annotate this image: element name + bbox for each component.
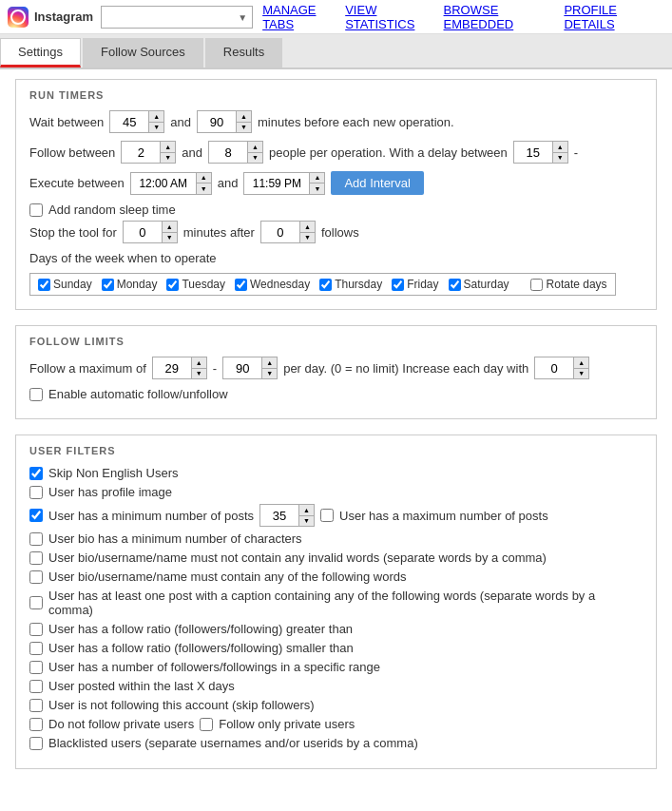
day-friday[interactable]: Friday xyxy=(392,278,438,291)
follow-delay-input[interactable] xyxy=(514,142,552,163)
filter-12-checkbox[interactable] xyxy=(29,718,43,731)
follow-max-min-down[interactable]: ▼ xyxy=(191,369,206,379)
stop-follows-up[interactable]: ▲ xyxy=(299,222,315,233)
wait-min-arrows[interactable]: ▲ ▼ xyxy=(148,111,163,132)
follow-min-arrows[interactable]: ▲ ▼ xyxy=(160,142,175,163)
account-dropdown-wrap[interactable]: ▼ xyxy=(101,6,253,29)
filter-9-checkbox[interactable] xyxy=(29,661,43,674)
auto-follow-checkbox[interactable] xyxy=(29,388,43,401)
filter-0-checkbox[interactable] xyxy=(29,467,43,480)
stop-follows-down[interactable]: ▼ xyxy=(299,233,315,243)
follow-min-input[interactable] xyxy=(122,142,160,163)
stop-follows-field[interactable]: ▲ ▼ xyxy=(260,221,316,243)
day-thursday-checkbox[interactable] xyxy=(319,279,332,291)
execute-from-input[interactable] xyxy=(131,173,196,194)
filter-5-checkbox[interactable] xyxy=(29,570,43,584)
filter-12b-checkbox[interactable] xyxy=(200,718,213,731)
random-sleep-checkbox[interactable] xyxy=(29,203,43,217)
tab-settings[interactable]: Settings xyxy=(0,38,81,68)
rotate-days-label[interactable]: Rotate days xyxy=(530,278,607,291)
execute-from-down[interactable]: ▼ xyxy=(196,183,211,194)
tab-follow-sources[interactable]: Follow Sources xyxy=(83,38,203,68)
follow-increase-input[interactable] xyxy=(535,357,573,378)
browse-embedded-link[interactable]: BROWSE EMBEDDED xyxy=(444,3,565,31)
day-wednesday-checkbox[interactable] xyxy=(235,279,247,291)
follow-delay-field[interactable]: ▲ ▼ xyxy=(513,141,568,164)
day-saturday[interactable]: Saturday xyxy=(449,278,509,291)
manage-tabs-link[interactable]: MANAGE TABS xyxy=(262,3,345,31)
stop-minutes-arrows[interactable]: ▲ ▼ xyxy=(162,222,177,242)
follow-max-min-arrows[interactable]: ▲ ▼ xyxy=(191,357,206,378)
follow-max-min-input[interactable] xyxy=(153,357,191,378)
filter-6-checkbox[interactable] xyxy=(29,596,43,609)
filter-2-down[interactable]: ▼ xyxy=(298,516,314,527)
follow-max-max-input[interactable] xyxy=(223,357,261,378)
follow-delay-arrows[interactable]: ▲ ▼ xyxy=(552,142,567,163)
follow-delay-down[interactable]: ▼ xyxy=(552,153,567,164)
execute-to-field[interactable]: ▲ ▼ xyxy=(243,172,325,195)
follow-increase-down[interactable]: ▼ xyxy=(573,369,588,379)
filter-8-checkbox[interactable] xyxy=(29,642,43,655)
filter-4-checkbox[interactable] xyxy=(29,551,43,565)
filter-2-input-field[interactable]: ▲ ▼ xyxy=(259,504,315,527)
follow-max-down[interactable]: ▼ xyxy=(247,153,262,164)
follow-max-input[interactable] xyxy=(209,142,247,163)
filter-3-checkbox[interactable] xyxy=(29,532,43,546)
tab-results[interactable]: Results xyxy=(205,38,282,68)
stop-follows-arrows[interactable]: ▲ ▼ xyxy=(299,222,315,242)
filter-7-checkbox[interactable] xyxy=(29,623,43,636)
stop-minutes-up[interactable]: ▲ xyxy=(162,222,177,233)
execute-to-arrows[interactable]: ▲ ▼ xyxy=(309,173,324,194)
wait-min-up[interactable]: ▲ xyxy=(148,111,163,123)
filter-2-checkbox[interactable] xyxy=(29,509,43,522)
follow-max-min-up[interactable]: ▲ xyxy=(191,357,206,369)
follow-increase-up[interactable]: ▲ xyxy=(573,357,588,369)
day-sunday-checkbox[interactable] xyxy=(38,279,50,291)
follow-max-arrows[interactable]: ▲ ▼ xyxy=(247,142,262,163)
follow-delay-up[interactable]: ▲ xyxy=(552,142,567,153)
follow-increase-arrows[interactable]: ▲ ▼ xyxy=(573,357,588,378)
execute-to-input[interactable] xyxy=(244,173,309,194)
day-tuesday[interactable]: Tuesday xyxy=(166,278,225,291)
wait-max-arrows[interactable]: ▲ ▼ xyxy=(236,111,251,132)
day-monday[interactable]: Monday xyxy=(102,278,158,291)
follow-increase-field[interactable]: ▲ ▼ xyxy=(534,357,589,379)
day-saturday-checkbox[interactable] xyxy=(449,279,461,291)
follow-max-field[interactable]: ▲ ▼ xyxy=(208,141,263,164)
execute-to-up[interactable]: ▲ xyxy=(309,173,324,184)
wait-max-up[interactable]: ▲ xyxy=(236,111,251,123)
filter-10-checkbox[interactable] xyxy=(29,680,43,693)
filter-2-input[interactable] xyxy=(260,505,298,526)
execute-to-down[interactable]: ▼ xyxy=(309,183,324,194)
wait-min-input[interactable] xyxy=(110,111,148,132)
wait-max-input[interactable] xyxy=(198,111,236,132)
account-dropdown[interactable] xyxy=(101,6,253,29)
stop-minutes-field[interactable]: ▲ ▼ xyxy=(123,221,178,243)
filter-13-checkbox[interactable] xyxy=(29,737,43,750)
filter-1-checkbox[interactable] xyxy=(29,486,43,499)
wait-min-field[interactable]: ▲ ▼ xyxy=(109,110,164,133)
day-sunday[interactable]: Sunday xyxy=(38,278,92,291)
rotate-days-checkbox[interactable] xyxy=(530,279,543,291)
add-interval-button[interactable]: Add Interval xyxy=(331,171,423,195)
wait-min-down[interactable]: ▼ xyxy=(148,123,163,133)
day-thursday[interactable]: Thursday xyxy=(319,278,382,291)
wait-max-down[interactable]: ▼ xyxy=(236,123,251,133)
day-friday-checkbox[interactable] xyxy=(392,279,404,291)
day-wednesday[interactable]: Wednesday xyxy=(235,278,310,291)
view-statistics-link[interactable]: VIEW STATISTICS xyxy=(345,3,443,31)
filter-2-arrows[interactable]: ▲ ▼ xyxy=(298,505,314,526)
profile-details-link[interactable]: PROFILE DETAILS xyxy=(564,3,664,31)
day-tuesday-checkbox[interactable] xyxy=(166,279,179,291)
follow-min-field[interactable]: ▲ ▼ xyxy=(121,141,176,164)
follow-min-down[interactable]: ▼ xyxy=(160,153,175,164)
day-monday-checkbox[interactable] xyxy=(102,279,114,291)
stop-follows-input[interactable] xyxy=(261,222,299,242)
follow-max-min-field[interactable]: ▲ ▼ xyxy=(152,357,207,379)
follow-max-max-up[interactable]: ▲ xyxy=(261,357,277,369)
follow-max-up[interactable]: ▲ xyxy=(247,142,262,153)
follow-max-max-arrows[interactable]: ▲ ▼ xyxy=(261,357,277,378)
wait-max-field[interactable]: ▲ ▼ xyxy=(197,110,252,133)
filter-2b-checkbox[interactable] xyxy=(320,509,334,522)
follow-max-max-field[interactable]: ▲ ▼ xyxy=(222,357,278,379)
